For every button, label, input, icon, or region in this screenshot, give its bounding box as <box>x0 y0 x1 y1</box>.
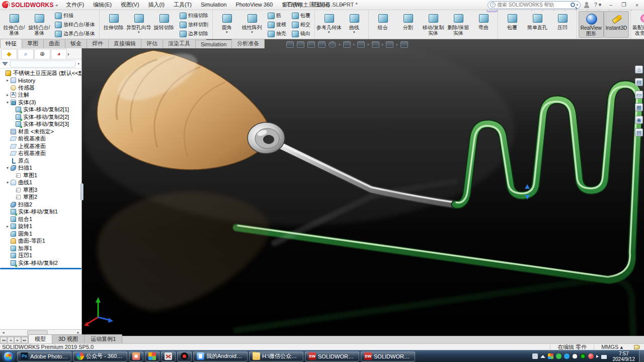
tree-item[interactable]: 上视基准面 <box>0 142 82 150</box>
command-tab-草图[interactable]: 草图 <box>22 38 44 48</box>
ribbon-button-wrap[interactable]: 包覆 <box>500 11 525 38</box>
tree-item[interactable]: 前视基准面 <box>0 135 82 143</box>
apply-scene-icon[interactable] <box>385 41 394 48</box>
taskbar-button-folder[interactable]: H:\微信公众号\0... <box>249 351 303 361</box>
command-tab-分析准备[interactable]: 分析准备 <box>231 38 265 48</box>
dropdown-caret-icon[interactable]: ▾ <box>251 31 253 34</box>
scroll-left-icon[interactable]: ◂ <box>0 330 7 336</box>
appearances-icon[interactable]: ◉ <box>635 116 643 124</box>
search-input[interactable] <box>497 2 571 8</box>
dropdown-caret-icon[interactable]: ▾ <box>353 31 355 34</box>
tree-root-item[interactable]: 不锈钢土豆压泥器 (默认<<默认>_显示 <box>0 69 82 77</box>
graphics-viewport[interactable]: ▾▾▾▾▾ ⌂▤▭▦◉▤ <box>82 39 644 336</box>
command-tab-特征[interactable]: 特征 <box>0 38 22 48</box>
display-style-icon[interactable] <box>343 41 351 48</box>
user-account-icon[interactable] <box>584 2 590 8</box>
search-caret-icon[interactable]: ▾ <box>576 3 578 7</box>
tree-item[interactable]: 组合1 <box>0 215 82 223</box>
tree-item[interactable]: 圆角1 <box>0 230 82 238</box>
propertymanager-tab[interactable]: ⌕ <box>18 49 34 59</box>
section-view-icon[interactable] <box>317 41 326 48</box>
taskbar-button-shot[interactable] <box>129 351 143 361</box>
ribbon-button-revolve[interactable]: 旋转凸台/基体 <box>27 11 52 38</box>
ribbon-button-indent[interactable]: 压凹 <box>550 11 575 38</box>
tree-item[interactable]: 原点 <box>0 157 82 165</box>
ribbon-button-deletebody[interactable]: 删除/保留实体 <box>446 11 471 38</box>
ribbon-button-wrap[interactable]: 包覆 <box>290 11 312 20</box>
tree-item[interactable]: ▾扫描1 <box>0 165 82 172</box>
ribbon-button-mirror[interactable]: 镜向 <box>290 29 312 38</box>
expand-arrow-icon[interactable]: ▾ <box>5 166 10 170</box>
filter-caret-icon[interactable]: ▾ <box>77 62 79 66</box>
taskbar-button-phone[interactable]: 我的Android手机 <box>193 351 248 361</box>
tree-item[interactable]: 传感器 <box>0 84 82 92</box>
tree-item[interactable]: 实体-移动/复制1 <box>0 208 82 216</box>
ribbon-button-flower[interactable]: 装配体随机改变颜色 <box>632 11 644 38</box>
ribbon-button-pattern[interactable]: 线性阵列▾ <box>239 11 265 38</box>
record-icon[interactable] <box>580 353 586 359</box>
tree-item[interactable]: ▸注解 <box>0 92 82 99</box>
menu-item[interactable]: 窗口(W) <box>277 0 306 10</box>
ribbon-button-extrude[interactable]: 拉伸凸台/基体 <box>2 11 27 38</box>
command-tab-钣金[interactable]: 钣金 <box>65 38 87 48</box>
rollback-bar[interactable] <box>0 268 82 269</box>
expand-arrow-icon[interactable]: ▸ <box>5 224 10 229</box>
expand-arrow-icon[interactable]: ▾ <box>5 180 10 185</box>
ribbon-button-cut[interactable]: 拉伸切除 <box>101 11 126 38</box>
command-tab-评估[interactable]: 评估 <box>141 38 163 48</box>
command-tab-渲染工具[interactable]: 渲染工具 <box>163 38 196 48</box>
tree-item[interactable]: 实体-移动/复制2[2] <box>0 113 82 121</box>
menu-item[interactable]: 视图(V) <box>116 0 144 10</box>
tabs-overflow-icon[interactable]: › <box>67 51 69 57</box>
windows-icon[interactable] <box>548 353 553 359</box>
redball-icon[interactable] <box>588 353 594 359</box>
wechat-icon[interactable] <box>556 353 561 359</box>
ribbon-button-revcut[interactable]: 旋转切除 <box>151 11 177 38</box>
units-selector[interactable]: MMGS ▴ <box>594 344 630 350</box>
document-tab-3D 视图[interactable]: 3D 视图 <box>52 334 85 343</box>
ribbon-button-curves[interactable]: 曲线▾ <box>342 11 367 38</box>
ribbon-button-sweepcut[interactable]: 扫描切除 <box>178 11 210 20</box>
ribbon-button-loftcut[interactable]: 放样切割 <box>178 20 210 29</box>
tree-item[interactable]: ▾曲线1 <box>0 179 82 187</box>
ribbon-button-split[interactable]: 分割 <box>395 11 421 38</box>
menu-expand-icon[interactable]: ◂ <box>55 3 58 8</box>
dropdown-caret-icon[interactable]: ▾ <box>382 43 384 47</box>
tree-item[interactable]: 曲面-等距1 <box>0 238 82 245</box>
document-tab-运动算例1[interactable]: 运动算例1 <box>84 334 122 343</box>
zoom-fit-icon[interactable] <box>286 41 294 48</box>
tree-item[interactable]: ▸History <box>0 77 82 85</box>
search-icon[interactable] <box>571 3 575 7</box>
dropdown-caret-icon[interactable]: ▾ <box>138 31 140 34</box>
tree-item[interactable]: 右视基准面 <box>0 150 82 158</box>
menu-item[interactable]: 编辑(E) <box>89 0 116 10</box>
ribbon-button-instant3d[interactable]: Instant3D <box>604 11 629 38</box>
taskbar-button-ps[interactable]: PsAdobe Photosh... <box>17 351 71 361</box>
menu-item[interactable]: Simulation <box>196 0 231 10</box>
menu-item[interactable]: 文件(F) <box>61 0 89 10</box>
tree-item[interactable]: 扫描2 <box>0 201 82 208</box>
help-button[interactable]: ? ▾ <box>593 2 603 8</box>
ribbon-button-intersect[interactable]: 相交 <box>290 20 312 29</box>
tree-item[interactable]: 压凹1 <box>0 252 82 260</box>
taskbar-button-scissors[interactable] <box>161 351 176 361</box>
ribbon-button-fillet[interactable]: 圆角▾ <box>214 11 239 38</box>
pin-menu-icon[interactable]: ⊸ <box>334 2 349 8</box>
tab-nav-icon[interactable]: ◂ <box>7 337 14 343</box>
taskbar-button-record[interactable] <box>177 351 192 361</box>
close-button[interactable]: × <box>632 2 642 8</box>
ribbon-button-holewizard[interactable]: 异型孔向导▾ <box>126 11 151 38</box>
menu-item[interactable]: 工具(T) <box>169 0 196 10</box>
dropdown-caret-icon[interactable]: ▾ <box>226 31 228 34</box>
network-icon[interactable] <box>601 355 607 359</box>
menu-item[interactable]: PhotoView 360 <box>231 0 277 10</box>
ribbon-button-movecopy[interactable]: 移动/复制实体 <box>421 11 446 38</box>
taskbar-button-sw[interactable]: SWSOLIDWORKS P... <box>361 351 415 361</box>
ribbon-button-rib[interactable]: 筋 <box>266 11 288 20</box>
restore-button[interactable]: ❐ <box>619 2 629 8</box>
taskbar-clock[interactable]: 7:57 2024/9/12 <box>609 351 639 362</box>
view-orientation-icon[interactable] <box>328 41 337 48</box>
show-desktop-button[interactable] <box>639 350 644 362</box>
file-explorer-icon[interactable]: ▭ <box>635 91 643 99</box>
panel-splitter[interactable] <box>80 48 84 336</box>
